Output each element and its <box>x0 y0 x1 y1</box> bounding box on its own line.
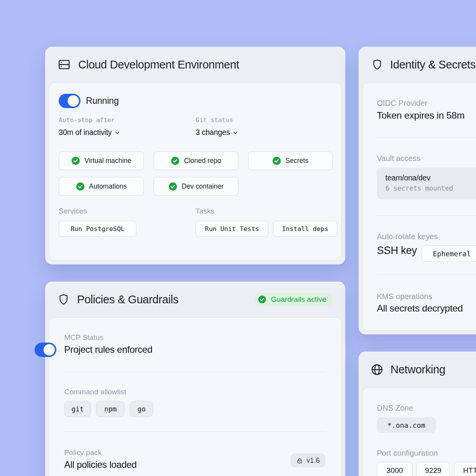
status-chip-label: Secrets <box>285 157 308 165</box>
card-title: Networking <box>390 363 445 376</box>
auto-rotate-label: Auto-rotate keyes <box>377 232 438 241</box>
vault-access-box: team/ona/dev 6 secrets mounted <box>377 168 476 200</box>
allowlist-tag-npm: npm <box>96 401 125 417</box>
autostop-label: Auto-stop after <box>59 116 115 124</box>
card-body: DNS Zone *.ona.com Port configuration 30… <box>362 387 476 476</box>
server-icon <box>58 58 71 71</box>
status-chip-label: Virtual machine <box>84 157 131 165</box>
run-unit-tests-button[interactable]: Run Unit Tests <box>196 221 268 237</box>
ssh-key-value: SSH key <box>377 245 417 257</box>
card-title: Identity & Secrets <box>390 58 476 71</box>
shield-icon <box>58 292 70 306</box>
port-configuration-label: Port configuration <box>377 449 438 458</box>
check-circle-icon <box>71 156 80 165</box>
policy-pack-label: Policy pack <box>64 448 102 457</box>
card-policies-guardrails: Policies & Guardrails Guardrails active … <box>45 282 345 476</box>
services-label: Services <box>59 207 87 215</box>
mcp-status-label: MCP Status <box>64 333 103 342</box>
install-deps-button[interactable]: Install deps <box>273 221 337 237</box>
kms-operations-value: All secrets decrypted <box>377 303 463 314</box>
port-chip-https: HTTPS <box>454 462 476 476</box>
autostop-value: 30m of inactivity <box>59 128 112 137</box>
status-chip-dev-container: Dev container <box>154 177 238 196</box>
run-postgresql-button[interactable]: Run PostgreSQL <box>59 221 136 237</box>
status-chip-label: Dev container <box>182 182 224 191</box>
toggle-knob <box>68 95 79 107</box>
page-background: Cloud Development Environment Running Au… <box>0 0 476 476</box>
status-chip-label: Automations <box>89 182 127 191</box>
status-chip-automations: Automations <box>59 177 144 196</box>
card-body: MCP Status Project rules enforced Comman… <box>49 317 341 476</box>
allowlist-tag-go: go <box>130 401 153 417</box>
card-header: Networking <box>359 352 476 387</box>
vault-access-label: Vault access <box>377 154 420 163</box>
allowlist-tag-git: git <box>64 401 91 417</box>
vault-secrets-count: 6 secrets mounted <box>385 184 476 192</box>
port-chip-9229: 9229 <box>416 462 450 476</box>
policy-version-label: v1.6 <box>306 457 320 465</box>
vault-path: team/ona/dev <box>385 173 476 182</box>
divider <box>377 215 476 216</box>
divider <box>64 431 326 432</box>
check-circle-icon <box>76 182 85 191</box>
status-chip-label: Cloned repo <box>184 157 221 165</box>
card-header: Cloud Development Environment <box>45 47 345 82</box>
tasks-label: Tasks <box>196 207 215 215</box>
globe-icon <box>371 363 383 376</box>
card-title: Policies & Guardrails <box>77 293 178 306</box>
status-chip-secrets: Secrets <box>248 151 332 170</box>
divider <box>377 137 476 138</box>
kms-operations-label: KMS operations <box>377 292 432 301</box>
guardrails-active-badge: Guardrails active <box>254 293 333 306</box>
card-title: Cloud Development Environment <box>78 58 239 71</box>
check-circle-icon <box>272 156 281 165</box>
card-body: OIDC Provider Token expires in 58m Vault… <box>362 82 476 331</box>
oidc-provider-value: Token expires in 58m <box>377 110 465 121</box>
git-status-label: Git status <box>196 116 233 124</box>
git-status-value: 3 changes <box>196 128 230 137</box>
toggle-knob <box>44 344 55 355</box>
check-circle-icon <box>171 156 180 165</box>
guardrails-active-label: Guardrails active <box>271 295 326 304</box>
card-body: Running Auto-stop after 30m of inactivit… <box>49 82 341 261</box>
chevron-down-icon <box>233 130 238 136</box>
oidc-provider-label: OIDC Provider <box>377 99 427 108</box>
dns-zone-label: DNS Zone <box>377 404 413 413</box>
ephemeral-chip: Ephemeral <box>422 245 476 262</box>
mcp-rules-toggle[interactable] <box>35 343 56 357</box>
card-networking: Networking DNS Zone *.ona.com Port confi… <box>359 352 476 476</box>
status-chip-virtual-machine: Virtual machine <box>59 151 144 170</box>
command-allowlist-label: Command allowlist <box>64 388 126 396</box>
running-label: Running <box>86 96 119 106</box>
policy-pack-value: All policies loaded <box>64 459 136 470</box>
shield-icon <box>371 58 383 72</box>
check-circle-icon <box>258 295 266 304</box>
divider <box>64 372 326 372</box>
dns-zone-chip: *.ona.com <box>377 417 436 433</box>
lock-icon <box>296 457 303 464</box>
policy-version-badge: v1.6 <box>290 453 326 467</box>
mcp-status-value: Project rules enforced <box>64 344 152 355</box>
chevron-down-icon <box>114 130 120 136</box>
status-chip-cloned-repo: Cloned repo <box>154 151 238 170</box>
card-cloud-dev-environment: Cloud Development Environment Running Au… <box>45 47 345 264</box>
port-chip-3000: 3000 <box>377 462 413 476</box>
check-circle-icon <box>168 182 177 191</box>
autostop-select[interactable]: 30m of inactivity <box>59 128 120 137</box>
divider <box>377 275 476 275</box>
card-identity-secrets: Identity & Secrets OIDC Provider Token e… <box>359 47 476 334</box>
card-header: Policies & Guardrails Guardrails active <box>45 282 345 317</box>
git-status-select[interactable]: 3 changes <box>196 128 238 137</box>
environment-running-toggle[interactable] <box>59 94 80 108</box>
card-header: Identity & Secrets <box>359 47 476 82</box>
